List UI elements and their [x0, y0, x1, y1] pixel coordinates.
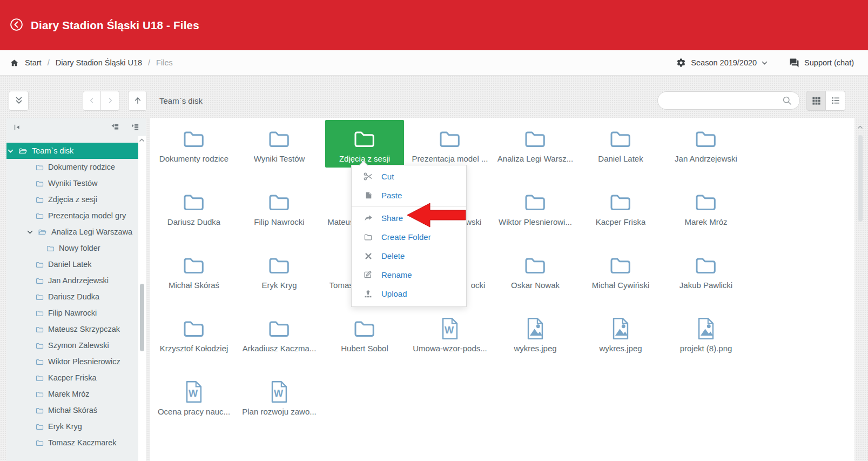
- sidebar-item-label: Wyniki Testów: [48, 179, 97, 188]
- folder-icon: [352, 126, 378, 152]
- list-view-button[interactable]: [826, 91, 845, 111]
- grid-view-button[interactable]: [806, 91, 826, 111]
- tile-label: Jan Andrzejewski: [675, 154, 737, 163]
- sidebar-item[interactable]: Analiza Legi Warszawa: [6, 224, 138, 240]
- menu-item-cut[interactable]: Cut: [352, 167, 466, 186]
- file-tile[interactable]: projekt (8).png: [667, 310, 745, 357]
- main-scroll-thumb[interactable]: [858, 135, 863, 222]
- folder-tile[interactable]: Daniel Latek: [581, 120, 660, 168]
- folder-tile[interactable]: Hubert Sobol: [325, 310, 404, 357]
- breadcrumb: Start / Diary Stadion Śląski U18 / Files: [10, 58, 173, 68]
- main-scrollbar[interactable]: [856, 118, 864, 461]
- folder-tile[interactable]: Zdjęcia z sesji: [325, 120, 404, 168]
- folder-tile[interactable]: Analiza Legi Warsz...: [496, 120, 575, 168]
- back-button[interactable]: [9, 17, 24, 34]
- sidebar-item[interactable]: Szymon Zalewski: [6, 337, 138, 353]
- search-input[interactable]: [667, 96, 782, 105]
- cut-icon: [362, 171, 374, 182]
- menu-item-share[interactable]: Share: [352, 209, 466, 228]
- home-icon[interactable]: [10, 58, 19, 68]
- menu-item-create-folder[interactable]: Create Folder: [352, 228, 466, 246]
- actions-menu-button[interactable]: [9, 91, 29, 111]
- collapse-all-button[interactable]: [110, 123, 119, 131]
- sidebar-item[interactable]: Wiktor Plesnierowicz: [6, 353, 138, 370]
- support-chat-link[interactable]: Support (chat): [789, 58, 854, 68]
- folder-tile[interactable]: Marek Mróz: [667, 183, 745, 231]
- file-tile[interactable]: wykres.jpeg: [496, 310, 575, 357]
- folder-tile[interactable]: Prezentacja model ...: [411, 120, 489, 168]
- menu-divider: [352, 206, 466, 207]
- chevron-down-icon: [26, 230, 33, 234]
- folder-icon: [352, 316, 378, 342]
- folder-tile[interactable]: Oskar Nowak: [496, 246, 575, 294]
- collapse-sidebar-button[interactable]: [13, 123, 21, 131]
- folder-tile[interactable]: Jan Andrzejewski: [667, 120, 745, 168]
- folder-icon: [522, 252, 548, 278]
- sidebar-item[interactable]: Nowy folder: [6, 240, 138, 256]
- file-tile[interactable]: wykres.jpeg: [581, 310, 660, 357]
- menu-item-rename[interactable]: Rename: [352, 265, 466, 284]
- sidebar-item[interactable]: Michał Skóraś: [6, 402, 138, 418]
- folder-icon: [693, 189, 719, 215]
- file-tile[interactable]: WUmowa-wzor-pods...: [411, 310, 489, 357]
- share-icon: [362, 213, 374, 223]
- search-box: [657, 91, 800, 110]
- sidebar-item[interactable]: Dokumenty rodzice: [6, 159, 138, 175]
- scroll-up-icon[interactable]: [139, 138, 145, 142]
- folder-tile[interactable]: Wiktor Plesnierowi...: [496, 183, 575, 231]
- sidebar-item[interactable]: Eryk Kryg: [6, 418, 138, 435]
- folder-tile[interactable]: Dokumenty rodzice: [154, 120, 233, 168]
- folder-up-button[interactable]: [128, 91, 147, 111]
- sidebar-item-label: Marek Mróz: [48, 390, 90, 398]
- scroll-up-icon[interactable]: [857, 125, 863, 129]
- folder-tile[interactable]: Wyniki Testów: [240, 120, 319, 168]
- sidebar-item[interactable]: Filip Nawrocki: [6, 305, 138, 321]
- folder-icon: [35, 163, 44, 172]
- chevron-left-icon: [88, 97, 96, 104]
- sidebar-item[interactable]: Team`s disk: [6, 143, 138, 159]
- sidebar-item-label: Dariusz Dudka: [48, 292, 99, 301]
- sidebar-item[interactable]: Zdjęcia z sesji: [6, 191, 138, 208]
- image-file-icon: [694, 316, 718, 342]
- sidebar-scroll-thumb[interactable]: [140, 284, 144, 351]
- sidebar-item[interactable]: Marek Mróz: [6, 386, 138, 402]
- sidebar-item[interactable]: Dariusz Dudka: [6, 289, 138, 305]
- nav-back-button[interactable]: [83, 91, 101, 111]
- folder-tile[interactable]: Michał Skóraś: [154, 246, 233, 294]
- search-icon[interactable]: [782, 95, 792, 106]
- folder-tile[interactable]: Krzysztof Kołodziej: [154, 310, 233, 357]
- double-chevron-down-icon: [14, 96, 24, 105]
- expand-tree-icon: [130, 123, 139, 131]
- breadcrumb-start[interactable]: Start: [25, 58, 42, 67]
- breadcrumb-diary[interactable]: Diary Stadion Śląski U18: [56, 58, 142, 67]
- folder-tile[interactable]: Filip Nawrocki: [240, 183, 319, 231]
- sidebar-item[interactable]: Daniel Latek: [6, 256, 138, 272]
- sidebar-item[interactable]: Kacper Friska: [6, 370, 138, 386]
- file-tile[interactable]: WPlan rozwoju zawo...: [240, 373, 319, 420]
- sidebar-item[interactable]: Tomasz Kaczmarek: [6, 435, 138, 451]
- folder-tile[interactable]: Eryk Kryg: [240, 246, 319, 294]
- folder-tile[interactable]: Dariusz Dudka: [154, 183, 233, 231]
- tile-label: Wyniki Testów: [254, 154, 305, 163]
- menu-item-delete[interactable]: Delete: [352, 246, 466, 265]
- sidebar-item[interactable]: Jan Andrzejewski: [6, 272, 138, 289]
- tile-label: Hubert Sobol: [341, 344, 388, 353]
- folder-tile[interactable]: Arkadiusz Kaczma...: [240, 310, 319, 357]
- nav-forward-button[interactable]: [101, 91, 119, 111]
- menu-item-upload[interactable]: Upload: [352, 284, 466, 303]
- menu-item-paste[interactable]: Paste: [352, 186, 466, 205]
- sidebar-scrollbar[interactable]: [138, 136, 146, 461]
- expand-all-button[interactable]: [130, 123, 139, 131]
- file-tile[interactable]: WOcena pracy nauc...: [154, 373, 233, 420]
- season-selector[interactable]: Season 2019/2020: [676, 58, 768, 68]
- folder-tile[interactable]: Jakub Pawlicki: [667, 246, 745, 294]
- folder-sidebar: Team`s diskDokumenty rodziceWyniki Testó…: [6, 118, 146, 461]
- list-view-icon: [831, 96, 840, 105]
- sidebar-item-label: Analiza Legi Warszawa: [51, 228, 132, 236]
- folder-tile[interactable]: Kacper Friska: [581, 183, 660, 231]
- sidebar-item[interactable]: Wyniki Testów: [6, 175, 138, 191]
- folder-icon: [181, 189, 207, 215]
- sidebar-item[interactable]: Mateusz Skrzypczak: [6, 321, 138, 337]
- sidebar-item[interactable]: Prezentacja model gry: [6, 208, 138, 224]
- folder-tile[interactable]: Michał Cywiński: [581, 246, 660, 294]
